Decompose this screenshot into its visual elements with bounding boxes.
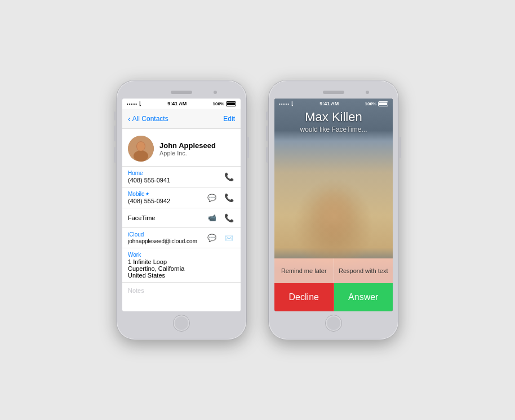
icloud-message-icon[interactable]: 💬 xyxy=(206,232,218,244)
icloud-row: iCloud johnappleseed@icloud.com 💬 ✉️ xyxy=(128,231,235,244)
time-dark: 9:41 AM xyxy=(319,101,339,106)
facetime-actions: 📹 📞 xyxy=(206,212,235,224)
earpiece-speaker-2 xyxy=(323,91,344,94)
home-button-2[interactable] xyxy=(325,315,342,332)
iphone-top-2 xyxy=(274,86,393,99)
status-time: 9:41 AM xyxy=(167,101,187,106)
battery-dark-fill xyxy=(379,102,387,105)
battery-icon xyxy=(226,101,236,106)
facetime-label: FaceTime xyxy=(128,215,156,221)
contact-info: John Appleseed Apple Inc. xyxy=(159,141,216,157)
status-left: ••••• ⌊ xyxy=(127,101,141,106)
svg-point-3 xyxy=(137,142,145,151)
call-info: Max Killen would like FaceTime... xyxy=(274,110,393,133)
status-right: 100% xyxy=(213,101,236,106)
contact-header: John Appleseed Apple Inc. xyxy=(122,129,241,167)
decline-button[interactable]: Decline xyxy=(274,283,334,311)
volume-down-button[interactable] xyxy=(114,147,116,163)
signal-strength: ••••• xyxy=(127,101,137,106)
contact-body: Home (408) 555-0941 📞 Mobile ★ (408) 55 xyxy=(122,167,241,311)
home-phone-section: Home (408) 555-0941 📞 xyxy=(122,167,241,187)
facetime-background: ••••• ⌊ 9:41 AM 100% Max Killen would li… xyxy=(274,99,393,311)
facetime-info: FaceTime xyxy=(128,215,156,221)
volume-down-button-2[interactable] xyxy=(266,147,268,163)
home-value[interactable]: (408) 555-0941 xyxy=(128,177,170,184)
mute-button[interactable] xyxy=(114,111,116,120)
mobile-label: Mobile ★ xyxy=(128,191,170,197)
mail-icon[interactable]: ✉️ xyxy=(223,232,235,244)
mobile-actions: 💬 📞 xyxy=(206,191,235,204)
home-phone-info: Home (408) 555-0941 xyxy=(128,170,170,184)
respond-with-text-button[interactable]: Respond with text xyxy=(334,258,393,283)
call-bottom-row: Decline Answer xyxy=(274,283,393,311)
wifi-icon: ⌊ xyxy=(139,101,141,106)
icloud-value[interactable]: johnappleseed@icloud.com xyxy=(128,238,197,244)
facetime-row: FaceTime 📹 📞 xyxy=(128,212,235,224)
facetime-section: FaceTime 📹 📞 xyxy=(122,208,241,228)
avatar-image xyxy=(128,136,154,162)
front-camera xyxy=(214,91,217,94)
iphone-contacts: ••••• ⌊ 9:41 AM 100% ‹ All Contacts Edit xyxy=(117,81,246,339)
front-camera-2 xyxy=(366,91,369,94)
volume-up-button-2[interactable] xyxy=(266,126,268,141)
back-button[interactable]: ‹ All Contacts xyxy=(128,114,168,123)
mute-button-2[interactable] xyxy=(266,111,268,120)
message-icon[interactable]: 💬 xyxy=(206,191,218,204)
call-top-row: Remind me later Respond with text xyxy=(274,258,393,283)
call-buttons: Remind me later Respond with text Declin… xyxy=(274,258,393,311)
icloud-label: iCloud xyxy=(128,231,197,238)
work-label: Work xyxy=(128,252,235,258)
mobile-section: Mobile ★ (408) 555-0942 💬 📞 xyxy=(122,187,241,208)
facetime-call-screen: ••••• ⌊ 9:41 AM 100% Max Killen would li… xyxy=(274,99,393,311)
signal-dark: ••••• xyxy=(279,101,290,106)
chevron-left-icon: ‹ xyxy=(128,114,131,123)
home-phone-row: Home (408) 555-0941 📞 xyxy=(128,170,235,184)
battery-dark: 100% xyxy=(365,101,376,106)
icloud-actions: 💬 ✉️ xyxy=(206,232,235,244)
status-left-dark: ••••• ⌊ xyxy=(279,101,294,106)
status-right-dark: 100% xyxy=(365,101,388,106)
caller-name: Max Killen xyxy=(274,110,393,124)
power-button[interactable] xyxy=(247,137,249,158)
contacts-screen: ••••• ⌊ 9:41 AM 100% ‹ All Contacts Edit xyxy=(122,99,241,311)
call-mobile-icon[interactable]: 📞 xyxy=(223,191,235,204)
svg-point-2 xyxy=(134,150,148,162)
call-phone-icon[interactable]: 📞 xyxy=(223,171,235,183)
mobile-info: Mobile ★ (408) 555-0942 xyxy=(128,191,170,204)
mobile-row: Mobile ★ (408) 555-0942 💬 📞 xyxy=(128,191,235,204)
back-label: All Contacts xyxy=(132,115,168,123)
icloud-info: iCloud johnappleseed@icloud.com xyxy=(128,231,197,244)
call-type: would like FaceTime... xyxy=(274,126,393,133)
volume-up-button[interactable] xyxy=(114,126,116,141)
video-call-icon[interactable]: 📹 xyxy=(206,212,218,224)
home-actions: 📞 xyxy=(223,171,235,183)
status-bar: ••••• ⌊ 9:41 AM 100% xyxy=(122,99,241,109)
battery-percent: 100% xyxy=(213,101,224,106)
mobile-value[interactable]: (408) 555-0942 xyxy=(128,198,170,204)
avatar xyxy=(128,136,154,162)
contacts-nav-bar: ‹ All Contacts Edit xyxy=(122,109,241,129)
work-section: Work 1 Infinite LoopCupertino, Californi… xyxy=(122,248,241,283)
wifi-dark-icon: ⌊ xyxy=(291,101,294,106)
edit-button[interactable]: Edit xyxy=(223,115,235,123)
remind-later-button[interactable]: Remind me later xyxy=(274,258,334,283)
work-value: 1 Infinite LoopCupertino, CaliforniaUnit… xyxy=(128,258,235,279)
home-button[interactable] xyxy=(173,315,190,332)
battery-fill xyxy=(227,102,235,105)
power-button-2[interactable] xyxy=(399,137,401,158)
earpiece-speaker xyxy=(171,91,192,94)
answer-button[interactable]: Answer xyxy=(334,283,393,311)
status-bar-dark: ••••• ⌊ 9:41 AM 100% xyxy=(274,99,393,109)
contact-company: Apple Inc. xyxy=(159,150,216,157)
contact-name: John Appleseed xyxy=(159,141,216,150)
iphone-top xyxy=(122,86,241,99)
iphone-facetime: ••••• ⌊ 9:41 AM 100% Max Killen would li… xyxy=(269,81,398,339)
home-label: Home xyxy=(128,170,170,176)
icloud-section: iCloud johnappleseed@icloud.com 💬 ✉️ xyxy=(122,228,241,248)
battery-dark-icon xyxy=(378,101,388,106)
audio-call-icon[interactable]: 📞 xyxy=(223,212,235,224)
notes-placeholder[interactable]: Notes xyxy=(122,283,241,298)
